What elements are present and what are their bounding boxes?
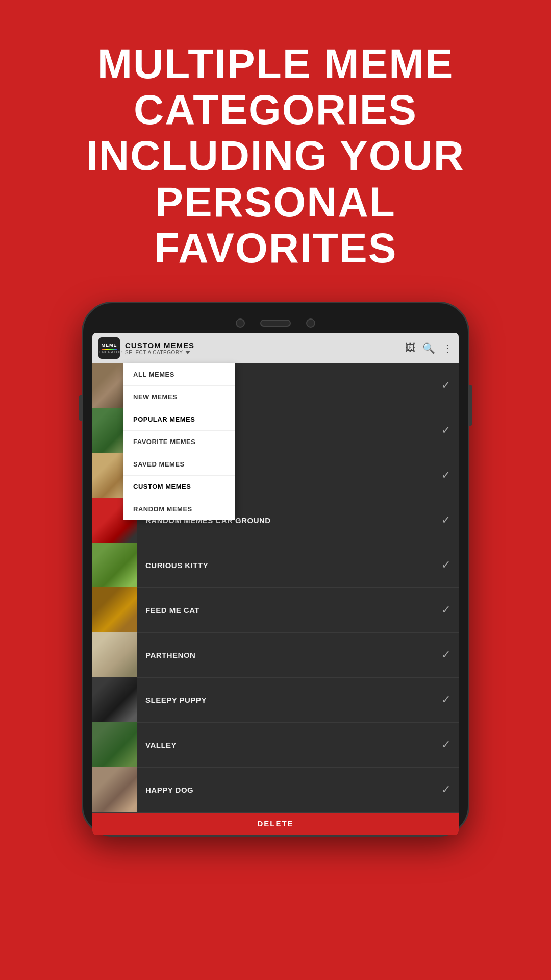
earpiece-speaker	[260, 320, 291, 327]
meme-item-label: VALLEY	[137, 741, 433, 749]
list-item[interactable]: VALLEY ✓	[92, 723, 459, 768]
delete-bar[interactable]: DELETE	[92, 813, 459, 835]
phone-bezel-top	[92, 318, 459, 328]
checkmark-icon: ✓	[433, 648, 459, 662]
hero-heading: MULTIPLE MEME CATEGORIES INCLUDING YOUR …	[0, 0, 551, 291]
checkmark-icon: ✓	[433, 513, 459, 527]
front-camera	[236, 318, 245, 328]
dropdown-new-memes[interactable]: NEW MEMES	[123, 386, 235, 408]
list-item[interactable]: PARTHENON ✓	[92, 633, 459, 678]
logo-meme-text: MEME	[102, 342, 117, 348]
sensor	[306, 318, 315, 328]
dropdown-all-memes[interactable]: ALL MEMES	[123, 363, 235, 386]
list-item[interactable]: HAPPY DOG ✓	[92, 768, 459, 813]
app-logo: MEME GENERATOR	[98, 337, 120, 359]
meme-item-label: SLEEPY PUPPY	[137, 696, 433, 704]
meme-thumbnail	[92, 722, 137, 767]
app-bar-titles: CUSTOM MEMES SELECT A CATEGORY	[125, 341, 405, 355]
checkmark-icon: ✓	[433, 558, 459, 572]
delete-bar-label: DELETE	[257, 819, 293, 828]
dropdown-random-memes[interactable]: RANDOM MEMES	[123, 498, 235, 520]
meme-item-label: PARTHENON	[137, 651, 433, 659]
add-image-icon[interactable]: 🖼	[405, 342, 415, 354]
phone-frame: MEME GENERATOR CUSTOM MEMES SELECT A CAT…	[82, 302, 469, 837]
list-item[interactable]: SLEEPY PUPPY ✓	[92, 678, 459, 723]
app-bar: MEME GENERATOR CUSTOM MEMES SELECT A CAT…	[92, 333, 459, 363]
search-icon[interactable]: 🔍	[422, 342, 435, 354]
app-bar-subtitle[interactable]: SELECT A CATEGORY	[125, 350, 405, 355]
side-button-right	[469, 385, 472, 426]
list-item[interactable]: CURIOUS KITTY ✓	[92, 543, 459, 588]
meme-thumbnail	[92, 677, 137, 722]
app-bar-title: CUSTOM MEMES	[125, 341, 405, 350]
meme-item-label: HAPPY DOG	[137, 786, 433, 794]
side-button-left	[79, 395, 82, 421]
list-item[interactable]: FEED ME CAT ✓	[92, 588, 459, 633]
checkmark-icon: ✓	[433, 603, 459, 617]
phone-mockup: MEME GENERATOR CUSTOM MEMES SELECT A CAT…	[0, 302, 551, 837]
dropdown-popular-memes[interactable]: POPULAR MEMES	[123, 408, 235, 431]
meme-thumbnail	[92, 632, 137, 677]
checkmark-icon: ✓	[433, 693, 459, 706]
checkmark-icon: ✓	[433, 469, 459, 482]
category-dropdown: ALL MEMES NEW MEMES POPULAR MEMES FAVORI…	[123, 363, 235, 520]
dropdown-saved-memes[interactable]: SAVED MEMES	[123, 453, 235, 476]
chevron-down-icon	[185, 351, 190, 354]
meme-item-label: CURIOUS KITTY	[137, 561, 433, 570]
meme-thumbnail	[92, 767, 137, 812]
checkmark-icon: ✓	[433, 738, 459, 751]
logo-gen-text: GENERATOR	[96, 350, 123, 354]
meme-thumbnail	[92, 543, 137, 587]
app-bar-icons: 🖼 🔍 ⋮	[405, 342, 453, 354]
checkmark-icon: ✓	[433, 424, 459, 437]
checkmark-icon: ✓	[433, 783, 459, 796]
meme-thumbnail	[92, 587, 137, 632]
meme-item-label: FEED ME CAT	[137, 606, 433, 615]
checkmark-icon: ✓	[433, 379, 459, 392]
subtitle-text: SELECT A CATEGORY	[125, 350, 183, 355]
dropdown-custom-memes[interactable]: CUSTOM MEMES	[123, 476, 235, 498]
dropdown-favorite-memes[interactable]: FAVORITE MEMES	[123, 431, 235, 453]
phone-screen: MEME GENERATOR CUSTOM MEMES SELECT A CAT…	[92, 333, 459, 835]
more-options-icon[interactable]: ⋮	[442, 342, 453, 354]
